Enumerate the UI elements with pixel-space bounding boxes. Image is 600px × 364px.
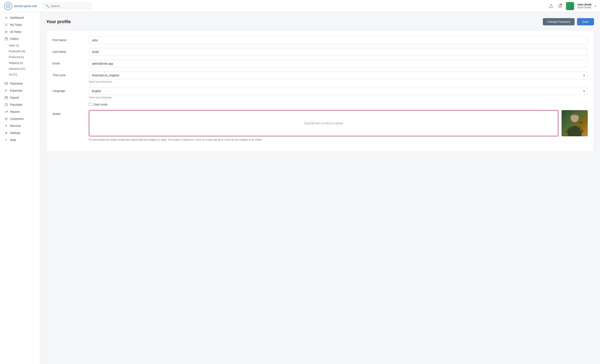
user-menu-chevron-icon[interactable]: ▾ — [595, 5, 596, 8]
profile-form: First Name Last Name Email — [46, 30, 594, 152]
dark-mode-label: Dark mode — [94, 103, 107, 106]
timezone-select-wrapper: America/Los_Angeles America/New_York Ame… — [89, 72, 588, 79]
share-icon[interactable] — [548, 3, 554, 9]
avatar-preview — [562, 110, 588, 136]
sidebar-item-reports[interactable]: Reports — [1, 108, 39, 115]
language-hint: Select your language. — [89, 96, 588, 99]
sidebar-item-my-todos[interactable]: ☑ My Todos — [1, 21, 39, 28]
first-name-control — [89, 37, 588, 44]
last-name-control — [89, 48, 588, 56]
dashboard-icon: ⊙ — [4, 16, 8, 19]
dark-mode-checkbox[interactable] — [89, 103, 92, 106]
sidebar-divider-1 — [2, 79, 38, 79]
sidebar-item-customers[interactable]: Customers — [1, 115, 39, 122]
timezone-row: Time zone America/Los_Angeles America/Ne… — [53, 72, 588, 83]
logo-area: dental space one — [4, 2, 37, 10]
sidebar-label-payroll: Payroll — [10, 96, 19, 99]
sidebar-item-all-todos[interactable]: ⊞ All Todos — [1, 28, 39, 35]
sidebar-label-my-todos: My Todos — [10, 23, 22, 26]
sidebar-item-services[interactable]: ✦ Services — [1, 122, 39, 129]
sidebar-label-customers: Customers — [10, 117, 24, 120]
expenses-icon — [4, 89, 8, 92]
avatar-dropzone[interactable]: Drop file here or click to upload — [89, 110, 558, 136]
header-actions: Change Password Save — [543, 18, 594, 25]
payroll-icon — [4, 96, 8, 99]
timezone-label: Time zone — [53, 72, 89, 77]
sidebar-label-inbox: Inbox (1) — [9, 44, 19, 47]
svg-rect-3 — [5, 83, 8, 85]
search-input[interactable] — [51, 4, 89, 8]
first-name-row: First Name — [53, 37, 588, 44]
sidebar-item-help[interactable]: ? Help — [1, 137, 39, 143]
notification-icon[interactable] — [557, 3, 563, 9]
sidebar-label-reports: Reports — [10, 110, 20, 113]
sidebar-label-settings: Settings — [10, 131, 20, 134]
logo-text: dental space one — [14, 4, 37, 8]
page-title: Your profile — [46, 19, 71, 24]
notification-badge — [560, 4, 562, 5]
settings-icon: ⚙ — [4, 131, 8, 134]
last-name-input[interactable] — [89, 48, 588, 56]
sidebar-label-all: All (77) — [9, 73, 17, 76]
sidebar-label-shipping: Shipping (0) — [9, 61, 23, 65]
sidebar-item-dashboard[interactable]: ⊙ Dashboard — [1, 14, 39, 21]
timezone-select[interactable]: America/Los_Angeles America/New_York Ame… — [89, 72, 588, 79]
svg-point-16 — [579, 121, 583, 124]
dropzone-text: Drop file here or click to upload — [304, 121, 343, 125]
sidebar-item-produced[interactable]: Produced (1) — [0, 54, 40, 60]
sidebar-item-payroll[interactable]: Payroll — [1, 94, 39, 101]
logo-icon — [4, 2, 12, 10]
sidebar-label-help: Help — [10, 138, 16, 141]
avatar-preview-image — [562, 110, 588, 136]
all-todos-icon: ⊞ — [4, 30, 8, 33]
timezone-hint: Select your time zone. — [89, 80, 588, 83]
sidebar-item-inbox[interactable]: Inbox (1) — [0, 42, 40, 48]
language-label: Language — [53, 87, 89, 93]
topbar: dental space one 🔍 John Smith Smith Dent… — [0, 0, 600, 12]
topbar-right: John Smith Smith Dental ▾ — [548, 2, 596, 10]
sidebar-label-services: Services — [10, 124, 21, 127]
avatar-label: Avatar — [53, 110, 89, 115]
first-name-label: First Name — [53, 37, 89, 42]
sidebar-label-production: Production (8) — [9, 50, 25, 53]
avatar-control: Drop file here or click to upload — [89, 110, 588, 141]
sidebar-item-settings[interactable]: ⚙ Settings — [1, 130, 39, 136]
my-todos-icon: ☑ — [4, 23, 8, 26]
dark-mode-checkbox-row: Dark mode — [89, 103, 588, 106]
services-icon: ✦ — [4, 124, 8, 127]
sidebar-item-shipping[interactable]: Shipping (0) — [0, 60, 40, 66]
paycheks-icon — [4, 103, 8, 106]
sidebar-item-delivered[interactable]: Delivered (47) — [0, 66, 40, 72]
language-select[interactable]: English Spanish French German — [89, 87, 588, 95]
language-control: English Spanish French German ▾ Select y… — [89, 87, 588, 99]
first-name-input[interactable] — [89, 37, 588, 44]
svg-rect-6 — [5, 97, 8, 99]
change-password-button[interactable]: Change Password — [543, 18, 575, 25]
email-input[interactable] — [89, 60, 588, 67]
reports-icon — [4, 110, 8, 113]
sidebar-item-all[interactable]: All (77) — [0, 72, 40, 77]
sidebar-item-payments[interactable]: Payments — [1, 80, 39, 87]
sidebar: ⊙ Dashboard ☑ My Todos ⊞ All Todos Order… — [0, 12, 40, 364]
email-row: Email — [53, 60, 588, 67]
search-box[interactable]: 🔍 — [43, 3, 91, 9]
email-label: Email — [53, 60, 89, 65]
page-header: Your profile Change Password Save — [46, 18, 594, 25]
search-icon: 🔍 — [46, 4, 49, 8]
main-content: Your profile Change Password Save First … — [40, 12, 600, 364]
sidebar-item-expenses[interactable]: Expenses — [1, 87, 39, 94]
user-info: John Smith Smith Dental — [577, 3, 591, 9]
customers-icon — [4, 117, 8, 120]
svg-rect-2 — [5, 38, 8, 40]
sidebar-label-payments: Payments — [10, 82, 23, 85]
help-icon: ? — [4, 138, 8, 141]
save-button[interactable]: Save — [577, 18, 594, 25]
sidebar-item-paycheks[interactable]: Paycheks — [1, 101, 39, 108]
sidebar-label-delivered: Delivered (47) — [9, 67, 25, 70]
orders-icon — [4, 37, 8, 40]
last-name-row: Last Name — [53, 48, 588, 56]
sidebar-item-production[interactable]: Production (8) — [0, 48, 40, 54]
language-row: Language English Spanish French German ▾… — [53, 87, 588, 99]
sidebar-item-orders[interactable]: Orders — [1, 36, 39, 42]
timezone-control: America/Los_Angeles America/New_York Ame… — [89, 72, 588, 83]
